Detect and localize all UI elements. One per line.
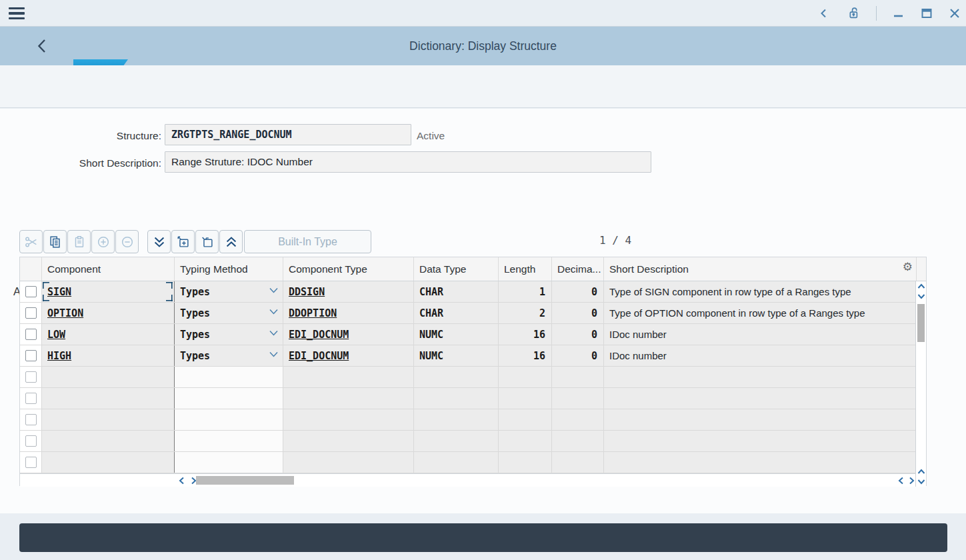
scroll-down-icon[interactable] [916,291,926,301]
component-type-link[interactable]: DDSIGN [289,286,325,298]
cell-decimals: 0 [552,324,604,345]
new-row-button[interactable] [171,230,195,253]
dropdown-chevron-icon[interactable] [269,287,278,293]
row-checkbox[interactable] [25,371,37,383]
page-title: Dictionary: Display Structure [0,27,966,65]
row-checkbox[interactable] [25,457,37,468]
cell-decimals: 0 [552,281,604,302]
cut-button[interactable] [19,230,43,253]
table-settings-gear-icon[interactable]: ⚙ [903,260,913,274]
horizontal-scrollbar[interactable] [20,473,917,487]
cell-typing-method: Types [175,281,283,302]
remove-row-button[interactable] [195,230,219,253]
cell-data-type: NUMC [414,345,499,366]
paste-button[interactable] [67,230,91,253]
table-row: SIGN Types DDSIGN CHAR 1 0 Type of SIGN … [20,281,926,303]
row-checkbox[interactable] [25,393,37,404]
footer-area [0,513,966,560]
cell-typing-method: Types [175,345,283,366]
cell-length: 2 [499,303,552,323]
row-checkbox[interactable] [25,435,37,447]
horizontal-scroll-thumb[interactable] [196,476,294,485]
header-data-type[interactable]: Data Type [414,257,499,281]
table-row-empty [20,431,926,452]
component-link[interactable]: SIGN [47,286,71,298]
cell-short-description: Type of SIGN component in row type of a … [604,281,917,302]
table-row-empty [20,452,926,473]
nav-back-icon[interactable] [35,37,51,55]
row-checkbox[interactable] [25,414,37,425]
close-icon[interactable] [949,7,961,19]
title-bar: Dictionary: Display Structure SAP [0,27,966,65]
cell-component: LOW [42,324,175,345]
application-toolbar: Hierarchy Display Append Structure... Mo… [0,65,966,108]
header-decimals[interactable]: Decima... [552,257,604,281]
scroll-down-icon[interactable] [916,477,926,487]
maximize-icon[interactable] [921,7,933,19]
cell-data-type: CHAR [414,281,499,302]
row-checkbox[interactable] [25,286,37,297]
cell-typing-method: Types [175,324,283,345]
dropdown-chevron-icon[interactable] [269,330,278,336]
cell-typing-method: Types [175,303,283,323]
short-description-label: Short Description: [40,157,161,169]
scroll-left-icon[interactable] [176,474,187,487]
row-checkbox[interactable] [25,350,37,361]
cell-short-description: IDoc number [604,324,917,345]
status-bar [19,523,947,552]
delete-row-minus-button[interactable] [115,230,139,253]
component-link[interactable]: LOW [47,329,65,341]
component-type-link[interactable]: DDOPTION [289,307,337,319]
insert-row-plus-button[interactable] [91,230,115,253]
scroll-up-icon[interactable] [916,467,926,477]
divider [876,6,877,21]
cell-data-type: CHAR [414,303,499,323]
component-link[interactable]: HIGH [47,350,71,362]
cell-component: OPTION [42,303,175,323]
menu-bar [0,0,966,27]
scroll-up-icon[interactable] [916,281,926,291]
vertical-scrollbar[interactable] [915,281,926,487]
header-typing-method[interactable]: Typing Method [175,257,283,281]
table-row-empty [20,388,926,409]
cell-short-description: IDoc number [604,345,917,366]
header-short-description[interactable]: Short Description [604,257,917,281]
table-row-empty [20,367,926,388]
cell-component: SIGN [42,281,175,302]
cell-length: 16 [499,345,552,366]
copy-button[interactable] [43,230,67,253]
hamburger-menu-icon[interactable] [9,7,25,19]
cell-length: 16 [499,324,552,345]
built-in-type-button[interactable]: Built-In Type [244,230,371,253]
structure-field[interactable]: ZRGTPTS_RANGE_DOCNUM [165,124,411,145]
page-up-button[interactable] [219,230,243,253]
short-description-field[interactable]: Range Struture: IDOC Number [165,151,651,173]
cell-component-type: DDSIGN [283,281,414,302]
page-down-button[interactable] [147,230,171,253]
back-chevron-icon[interactable] [819,8,829,19]
dropdown-chevron-icon[interactable] [269,351,278,357]
row-pagination: 1 / 4 [585,234,645,247]
dropdown-chevron-icon[interactable] [269,309,278,315]
minimize-icon[interactable] [893,7,905,19]
header-component[interactable]: Component [42,257,175,281]
vertical-scroll-thumb[interactable] [917,304,925,342]
component-type-link[interactable]: EDI_DOCNUM [289,329,349,341]
table-row-empty [20,409,926,431]
header-length[interactable]: Length [499,257,552,281]
components-table: Component Typing Method Component Type D… [19,257,927,486]
header-component-type[interactable]: Component Type [283,257,414,281]
cell-short-description: Type of OPTION component in row type of … [604,303,917,323]
status-active-label: Active [417,130,445,142]
component-type-link[interactable]: EDI_DOCNUM [289,350,349,362]
row-checkbox[interactable] [25,329,37,340]
scroll-left-icon[interactable] [895,474,906,487]
header-select [20,257,42,281]
cell-component-type: EDI_DOCNUM [283,324,414,345]
table-row: LOW Types EDI_DOCNUM NUMC 16 0 IDoc numb… [20,324,926,345]
cell-decimals: 0 [552,345,604,366]
row-checkbox[interactable] [25,307,37,319]
unlock-icon[interactable] [845,6,860,21]
cell-component-type: DDOPTION [283,303,414,323]
component-link[interactable]: OPTION [47,307,83,319]
